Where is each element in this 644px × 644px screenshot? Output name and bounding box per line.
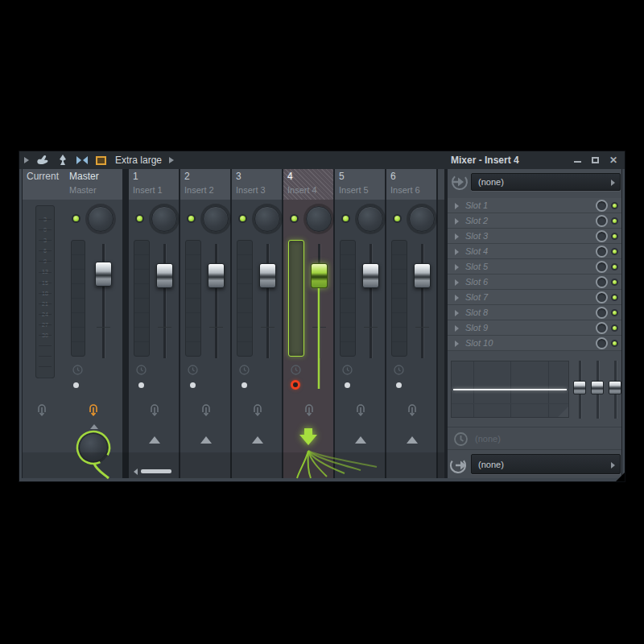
window-resize-corner[interactable]: [616, 473, 625, 481]
pan-knob[interactable]: [306, 206, 332, 232]
maximize-button[interactable]: [592, 157, 599, 163]
slot-arrow-icon[interactable]: [455, 310, 459, 316]
titlebar[interactable]: Extra large Mixer - Insert 4 ✕: [19, 151, 625, 169]
plug-icon[interactable]: [35, 402, 48, 419]
slot-mix-knob[interactable]: [596, 246, 608, 258]
effect-slot-3[interactable]: Slot 3: [448, 229, 621, 244]
slot-mix-knob[interactable]: [596, 215, 608, 227]
latch-dot[interactable]: [138, 382, 144, 388]
slot-mix-knob[interactable]: [596, 261, 608, 273]
audio-output-icon[interactable]: [449, 456, 470, 475]
pan-knob[interactable]: [254, 206, 280, 232]
slot-enable-led[interactable]: [611, 263, 618, 270]
slot-enable-led[interactable]: [611, 217, 618, 225]
slot-arrow-icon[interactable]: [455, 249, 459, 255]
scroll-left-arrow-icon[interactable]: [134, 469, 138, 475]
slot-enable-led[interactable]: [611, 202, 618, 209]
mute-led[interactable]: [72, 214, 80, 223]
route-up-arrow-icon[interactable]: [252, 436, 263, 444]
clock-icon[interactable]: [394, 365, 404, 375]
slot-enable-led[interactable]: [611, 294, 618, 301]
mixer-track-insert-6[interactable]: 6Insert 6: [386, 169, 436, 478]
pan-knob[interactable]: [203, 206, 229, 232]
mute-led[interactable]: [341, 214, 350, 223]
slot-arrow-icon[interactable]: [455, 264, 459, 270]
pan-knob[interactable]: [409, 206, 435, 232]
slot-enable-led[interactable]: [611, 324, 618, 332]
slot-enable-led[interactable]: [611, 248, 618, 255]
clock-icon[interactable]: [136, 365, 147, 375]
plug-icon[interactable]: [303, 402, 316, 419]
clock-icon[interactable]: [239, 365, 250, 375]
latch-dot[interactable]: [73, 382, 79, 388]
pan-knob[interactable]: [357, 206, 383, 232]
input-source-dropdown[interactable]: (none): [471, 173, 621, 191]
time-icon[interactable]: [453, 431, 469, 447]
slot-arrow-icon[interactable]: [455, 233, 459, 240]
view-next-arrow-icon[interactable]: [169, 157, 174, 163]
slot-arrow-icon[interactable]: [455, 325, 459, 332]
view-size-icon[interactable]: [96, 156, 106, 165]
slot-mix-knob[interactable]: [596, 276, 608, 288]
latch-dot[interactable]: [396, 382, 402, 388]
plug-icon[interactable]: [354, 402, 367, 419]
volume-fader[interactable]: [414, 263, 431, 288]
clock-icon[interactable]: [342, 365, 353, 375]
latch-dot[interactable]: [242, 382, 247, 388]
volume-fader[interactable]: [156, 263, 173, 288]
mixer-track-master[interactable]: Master Master: [65, 169, 122, 478]
output-target-dropdown[interactable]: (none): [471, 454, 621, 474]
mixer-track-insert-5[interactable]: 5Insert 5: [335, 169, 385, 478]
mixer-track-insert-2[interactable]: 2Insert 2: [180, 169, 230, 478]
mute-led[interactable]: [290, 214, 299, 223]
effect-slot-10[interactable]: Slot 10: [448, 336, 621, 351]
effect-slot-1[interactable]: Slot 1: [448, 198, 621, 213]
volume-fader[interactable]: [311, 263, 328, 288]
pan-knob[interactable]: [151, 206, 177, 232]
clock-icon[interactable]: [72, 365, 83, 375]
effect-slot-9[interactable]: Slot 9: [448, 320, 621, 336]
slot-arrow-icon[interactable]: [455, 218, 459, 225]
effect-slot-2[interactable]: Slot 2: [448, 213, 621, 229]
volume-fader[interactable]: [259, 263, 276, 288]
plug-icon-active[interactable]: [87, 402, 100, 419]
slot-arrow-icon[interactable]: [455, 203, 459, 209]
effect-slot-8[interactable]: Slot 8: [448, 305, 621, 320]
eq-band-high-fader[interactable]: [609, 381, 621, 394]
menu-arrow-icon[interactable]: [24, 157, 29, 163]
slot-enable-led[interactable]: [611, 340, 618, 347]
mixer-track-current[interactable]: Current 3 0 3 6 9 12 15 18 21 24 27 30: [23, 169, 65, 478]
eq-band-low-fader[interactable]: [573, 381, 586, 394]
mixer-track-insert-4-selected[interactable]: 4Insert 4: [283, 169, 333, 478]
volume-fader[interactable]: [208, 263, 225, 288]
mixer-track-insert-1[interactable]: 1Insert 1: [129, 169, 179, 478]
plug-icon[interactable]: [406, 402, 419, 419]
pan-knob[interactable]: [88, 206, 114, 232]
latch-dot[interactable]: [345, 382, 350, 388]
collapse-icon[interactable]: [76, 155, 89, 165]
effect-slot-7[interactable]: Slot 7: [448, 290, 621, 305]
view-size-label[interactable]: Extra large: [115, 155, 162, 166]
slot-mix-knob[interactable]: [596, 322, 608, 334]
plug-icon[interactable]: [200, 402, 213, 419]
plumb-tool-icon[interactable]: [57, 155, 68, 166]
plug-icon[interactable]: [251, 402, 264, 419]
slot-enable-led[interactable]: [611, 279, 618, 286]
route-up-arrow-icon[interactable]: [355, 436, 366, 444]
record-arm-indicator[interactable]: [291, 380, 300, 390]
latch-dot[interactable]: [190, 382, 196, 388]
eq-band-mid-fader[interactable]: [591, 381, 604, 394]
slot-mix-knob[interactable]: [596, 337, 608, 349]
hand-tool-icon[interactable]: [36, 155, 50, 166]
mute-led[interactable]: [238, 214, 247, 223]
volume-fader[interactable]: [362, 263, 379, 288]
slot-enable-led[interactable]: [611, 309, 618, 316]
effect-slot-6[interactable]: Slot 6: [448, 275, 621, 290]
plug-icon[interactable]: [148, 402, 161, 419]
slot-arrow-icon[interactable]: [455, 279, 459, 286]
close-button[interactable]: ✕: [609, 155, 617, 165]
route-up-arrow-icon[interactable]: [407, 436, 418, 444]
route-up-arrow-icon[interactable]: [200, 436, 212, 444]
volume-fader[interactable]: [95, 262, 112, 287]
mixer-track-insert-3[interactable]: 3Insert 3: [232, 169, 282, 478]
